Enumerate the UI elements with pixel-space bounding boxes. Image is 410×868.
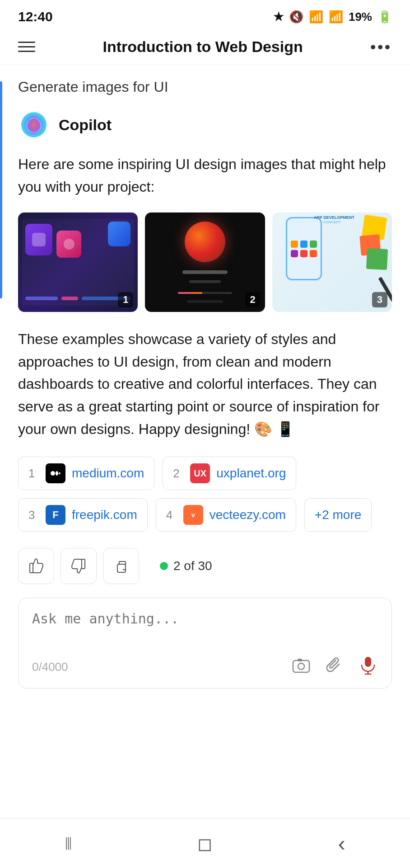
more-sources-label: +2 more	[315, 508, 362, 522]
more-sources-button[interactable]: +2 more	[304, 498, 372, 532]
home-icon: ◻	[197, 833, 212, 854]
source-num-3: 3	[28, 508, 39, 522]
source-num-4: 4	[166, 508, 177, 522]
thumbs-down-button[interactable]	[61, 548, 97, 584]
svg-point-4	[59, 472, 61, 474]
app-header: Introduction to Web Design •••	[0, 29, 410, 65]
thumbs-up-button[interactable]	[18, 548, 54, 584]
source-logo-ux: UX	[190, 463, 210, 483]
status-time: 12:40	[18, 9, 53, 24]
source-num-1: 1	[28, 467, 39, 481]
left-accent-border	[0, 81, 2, 298]
copilot-section: Copilot Here are some inspiring UI desig…	[18, 109, 392, 584]
source-domain-4: vecteezy.com	[210, 508, 286, 522]
home-button[interactable]: ◻	[182, 826, 228, 862]
mute-icon: 🔇	[289, 10, 303, 24]
chat-input[interactable]	[32, 611, 378, 642]
menu-button[interactable]	[18, 42, 35, 52]
input-area: 0/4000	[18, 598, 392, 689]
action-bar: 2 of 30	[18, 548, 392, 584]
input-footer: 0/4000	[32, 655, 378, 679]
recent-apps-button[interactable]: ⦀	[46, 826, 91, 862]
copilot-header: Copilot	[18, 109, 392, 141]
status-icons: ★ 🔇 📶 📶 19% 🔋	[273, 10, 392, 24]
camera-button[interactable]	[291, 655, 311, 679]
image-grid: 1	[18, 212, 392, 312]
image-card-1[interactable]: 1	[18, 212, 138, 312]
svg-rect-7	[117, 564, 126, 572]
copy-button[interactable]	[103, 548, 139, 584]
copilot-name: Copilot	[59, 116, 112, 134]
char-count: 0/4000	[32, 660, 68, 674]
signal-icon: 📶	[329, 10, 343, 24]
source-link-ux[interactable]: 2 UX uxplanet.org	[163, 457, 296, 490]
svg-rect-10	[298, 659, 302, 661]
source-domain-3: freepik.com	[72, 508, 137, 522]
attachment-button[interactable]	[325, 655, 345, 679]
svg-rect-8	[293, 660, 309, 672]
image-badge-1: 1	[118, 292, 133, 307]
green-dot-indicator	[160, 562, 168, 570]
back-icon: ‹	[338, 831, 345, 856]
input-actions	[291, 655, 378, 679]
image-badge-2: 2	[245, 292, 261, 307]
user-prompt-text: Generate images for UI	[18, 79, 392, 95]
image-card-3[interactable]: APP DEVELOPMENT CONCEPT 3	[272, 212, 392, 312]
header-title: Introduction to Web Design	[103, 38, 303, 56]
wifi-icon: 📶	[309, 10, 323, 24]
recent-apps-icon: ⦀	[65, 833, 72, 854]
content-area: Generate images for UI	[0, 65, 410, 584]
source-link-freepik[interactable]: 3 F freepik.com	[18, 498, 148, 532]
response-count-badge: 2 of 30	[150, 552, 222, 580]
source-link-vecteezy[interactable]: 4 v vecteezy.com	[156, 498, 296, 532]
source-num-2: 2	[173, 467, 184, 481]
svg-point-3	[56, 471, 58, 476]
image-card-2[interactable]: 2	[145, 212, 265, 312]
source-domain-1: medium.com	[72, 466, 144, 481]
source-links: 1 medium.com 2 UX uxplanet.org 3	[18, 457, 392, 532]
more-options-button[interactable]: •••	[370, 38, 392, 56]
description-text: These examples showcase a variety of sty…	[18, 328, 392, 440]
source-logo-freepik: F	[46, 505, 65, 525]
count-label: 2 of 30	[173, 559, 212, 573]
source-link-medium[interactable]: 1 medium.com	[18, 457, 154, 490]
image-badge-3: 3	[372, 292, 387, 307]
source-logo-medium	[46, 463, 65, 483]
bottom-navigation: ⦀ ◻ ‹	[0, 818, 410, 868]
svg-text:v: v	[191, 511, 195, 519]
back-button[interactable]: ‹	[319, 826, 364, 862]
svg-point-9	[298, 663, 304, 670]
svg-rect-11	[365, 657, 371, 667]
source-domain-2: uxplanet.org	[216, 466, 286, 481]
microphone-button[interactable]	[358, 655, 378, 679]
status-bar: 12:40 ★ 🔇 📶 📶 19% 🔋	[0, 0, 410, 29]
battery-icon: 🔋	[377, 10, 392, 24]
copilot-logo	[18, 109, 50, 141]
svg-point-2	[51, 471, 55, 476]
copilot-intro: Here are some inspiring UI design images…	[18, 153, 392, 198]
bluetooth-icon: ★	[273, 10, 284, 24]
source-logo-vecteezy: v	[183, 505, 203, 525]
battery-level: 19%	[349, 10, 372, 24]
